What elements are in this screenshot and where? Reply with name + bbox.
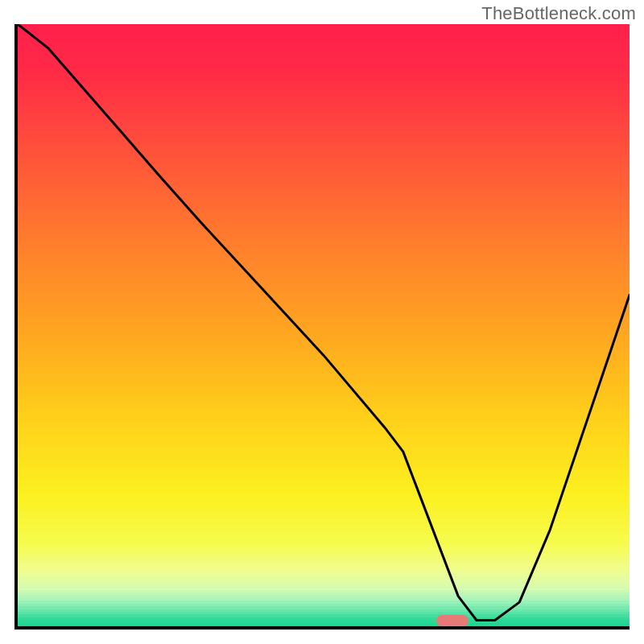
optimum-marker [436,615,469,626]
plot-area [14,24,630,630]
watermark-text: TheBottleneck.com [481,3,636,24]
chart-container: TheBottleneck.com [0,0,644,644]
curve-line [18,24,630,626]
